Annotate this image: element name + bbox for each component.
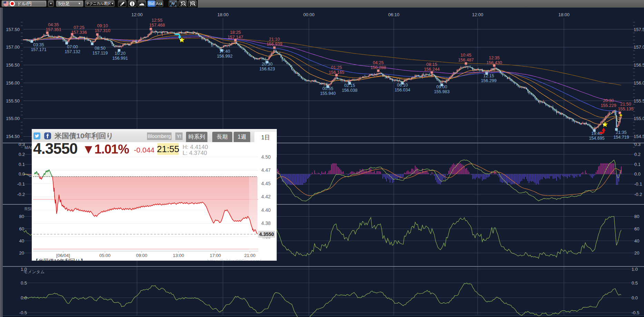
svg-text:-0.2: -0.2 (634, 192, 642, 197)
svg-text:モメンタム: モメンタム (23, 269, 45, 274)
svg-text:157.00: 157.00 (634, 44, 644, 50)
svg-text:156.244: 156.244 (424, 67, 439, 72)
svg-text:20:30: 20:30 (603, 98, 614, 103)
svg-text:157.171: 157.171 (31, 47, 46, 52)
svg-text:154.695: 154.695 (589, 136, 604, 141)
svg-text:0.0: 0.0 (21, 295, 27, 300)
svg-text:0.1: 0.1 (634, 162, 641, 167)
svg-text:4.42: 4.42 (261, 194, 271, 199)
svg-text:13:00: 13:00 (173, 253, 184, 258)
svg-text:60: 60 (634, 226, 639, 231)
svg-text:154.719: 154.719 (613, 135, 629, 140)
svg-text:0.2: 0.2 (634, 152, 641, 157)
svg-text:[06/04]: [06/04] (56, 253, 70, 258)
svg-text:156.939: 156.939 (266, 42, 282, 47)
svg-text:21:50: 21:50 (620, 102, 631, 107)
svg-text:-0.5: -0.5 (632, 310, 639, 315)
svg-text:20:30: 20:30 (262, 62, 272, 67)
svg-text:0.3: 0.3 (634, 142, 641, 147)
svg-text:【米国債10年利回り】: 【米国債10年利回り】 (33, 258, 86, 261)
svg-text:00:55: 00:55 (322, 86, 333, 91)
svg-text:09:10: 09:10 (97, 23, 108, 28)
svg-text:05:00: 05:00 (99, 253, 111, 258)
svg-text:06:10: 06:10 (388, 12, 400, 17)
svg-text:154.50: 154.50 (6, 134, 20, 139)
svg-text:156.034: 156.034 (394, 88, 410, 92)
svg-text:17:40: 17:40 (219, 49, 230, 54)
svg-text:156.50: 156.50 (634, 62, 644, 68)
svg-text:157.119: 157.119 (92, 51, 108, 56)
svg-text:4.40: 4.40 (261, 207, 271, 213)
svg-text:156.992: 156.992 (217, 54, 232, 59)
svg-text:12:35: 12:35 (489, 56, 499, 60)
svg-text:09:00: 09:00 (436, 85, 447, 89)
svg-text:03:35: 03:35 (33, 42, 44, 47)
svg-text:10:20: 10:20 (115, 51, 125, 56)
svg-text:154.50: 154.50 (634, 134, 644, 139)
svg-text:00:00: 00:00 (303, 12, 315, 17)
svg-text:20: 20 (634, 250, 639, 256)
svg-text:20: 20 (19, 250, 24, 256)
svg-text:155.50: 155.50 (6, 98, 20, 103)
svg-text:0.5: 0.5 (632, 280, 638, 286)
svg-text:40: 40 (19, 238, 24, 244)
svg-text:12:55: 12:55 (152, 18, 162, 23)
svg-text:04:35: 04:35 (48, 22, 59, 27)
svg-text:0.2: 0.2 (19, 152, 25, 157)
svg-text:157.132: 157.132 (65, 49, 80, 54)
svg-text:60: 60 (19, 226, 24, 231)
svg-text:06:10: 06:10 (397, 83, 408, 88)
svg-text:0.0: 0.0 (634, 171, 641, 177)
svg-text:-0.2: -0.2 (17, 192, 25, 197)
svg-text:08:50: 08:50 (95, 46, 105, 51)
svg-text:156.299: 156.299 (481, 78, 496, 83)
svg-text:18:00: 18:00 (217, 12, 229, 17)
svg-text:156.165: 156.165 (329, 70, 344, 75)
svg-text:18:00: 18:00 (558, 12, 570, 17)
svg-text:156.288: 156.288 (370, 65, 386, 70)
svg-text:155.983: 155.983 (434, 89, 449, 94)
svg-text:08:15: 08:15 (426, 62, 437, 67)
svg-text:157.310: 157.310 (95, 28, 110, 33)
svg-text:-0.1: -0.1 (634, 181, 642, 187)
svg-text:https://nikkei225jp.com/: https://nikkei225jp.com/ (207, 258, 262, 261)
svg-text:4.47: 4.47 (261, 167, 271, 173)
svg-text:-0.5: -0.5 (19, 310, 27, 315)
svg-text:0.5: 0.5 (21, 280, 27, 286)
svg-text:0.0: 0.0 (632, 295, 638, 300)
svg-text:156.00: 156.00 (634, 80, 644, 86)
svg-text:155.00: 155.00 (634, 116, 644, 121)
svg-text:12:15: 12:15 (483, 73, 494, 78)
svg-text:155.229: 155.229 (601, 103, 616, 108)
svg-text:4.50: 4.50 (261, 154, 271, 160)
svg-text:157.336: 157.336 (71, 30, 87, 35)
svg-text:0.3: 0.3 (19, 142, 25, 147)
svg-text:157.50: 157.50 (6, 27, 20, 32)
svg-text:155.50: 155.50 (634, 98, 644, 103)
svg-text:156.038: 156.038 (342, 88, 357, 93)
svg-text:18:25: 18:25 (230, 30, 241, 35)
svg-text:156.430: 156.430 (486, 60, 502, 65)
svg-text:21:00: 21:00 (244, 253, 256, 258)
svg-text:155.940: 155.940 (320, 91, 335, 96)
svg-text:157.50: 157.50 (634, 27, 644, 32)
svg-text:12:00: 12:00 (472, 12, 484, 17)
svg-text:RSI: RSI (25, 207, 31, 211)
svg-text:157.468: 157.468 (149, 23, 165, 28)
svg-text:02:15: 02:15 (344, 83, 355, 88)
svg-text:0.0: 0.0 (19, 171, 25, 177)
svg-text:157.351: 157.351 (46, 27, 61, 32)
svg-text:156.991: 156.991 (112, 56, 128, 61)
svg-text:21:35: 21:35 (616, 130, 626, 135)
svg-text:04:25: 04:25 (373, 60, 383, 65)
svg-text:156.00: 156.00 (6, 80, 20, 86)
svg-text:155.00: 155.00 (6, 116, 20, 121)
svg-text:09:00: 09:00 (136, 253, 147, 258)
svg-text:156.623: 156.623 (259, 67, 275, 71)
svg-text:21:10: 21:10 (269, 37, 280, 42)
svg-text:156.487: 156.487 (458, 58, 474, 62)
svg-text:40: 40 (634, 238, 639, 244)
svg-text:1.0: 1.0 (632, 267, 638, 272)
svg-text:157.00: 157.00 (6, 44, 20, 50)
svg-text:4.3550: 4.3550 (259, 231, 274, 237)
